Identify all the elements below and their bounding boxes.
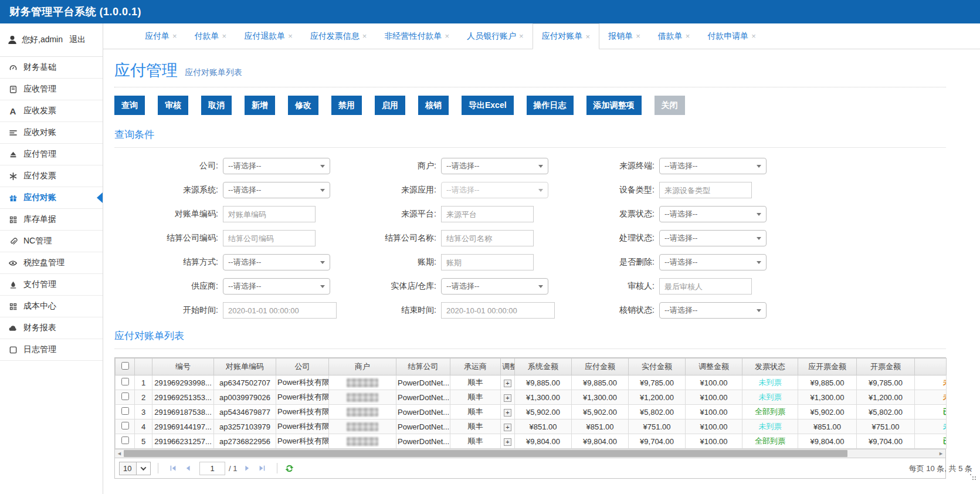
sidebar-item-库存单据[interactable]: 库存单据	[0, 209, 103, 231]
expand-plus-icon[interactable]: +	[504, 424, 511, 431]
sidebar-item-税控盘管理[interactable]: 税控盘管理	[0, 252, 103, 274]
sidebar-item-应付管理[interactable]: 应付管理	[0, 144, 103, 165]
toolbar-button-新增[interactable]: 新增	[245, 96, 275, 115]
refresh-icon[interactable]	[284, 463, 294, 473]
close-button[interactable]: 关闭	[655, 96, 685, 115]
select-all-checkbox[interactable]	[121, 362, 129, 370]
sidebar-item-应收对账[interactable]: 应收对账	[0, 122, 103, 144]
tab-应付发票信息[interactable]: 应付发票信息×	[301, 23, 376, 49]
row-checkbox[interactable]	[121, 407, 129, 415]
tab-应付对账单[interactable]: 应付对账单×	[533, 23, 600, 49]
column-header-调整[interactable]: 调整	[501, 358, 515, 375]
toolbar-button-查询[interactable]: 查询	[114, 96, 145, 115]
toolbar-button-导出Excel[interactable]: 导出Excel	[462, 96, 514, 115]
column-header-实付金额[interactable]: 实付金额	[629, 358, 686, 375]
tab-非经营性付款单[interactable]: 非经营性付款单×	[375, 23, 458, 49]
start-time-input[interactable]	[223, 302, 337, 319]
scroll-left-icon[interactable]: ◄	[115, 449, 124, 458]
tab-应付退款单[interactable]: 应付退款单×	[235, 23, 301, 49]
source-terminal-select[interactable]: --请选择--	[659, 158, 767, 174]
column-header-对账单编码[interactable]: 对账单编码	[214, 358, 276, 375]
statement-code-input[interactable]	[223, 206, 316, 222]
merchant-select[interactable]: --请选择--	[441, 158, 548, 174]
row-checkbox[interactable]	[121, 437, 129, 444]
tab-close-icon[interactable]: ×	[751, 32, 756, 40]
expand-plus-icon[interactable]: +	[504, 438, 511, 446]
first-page-icon[interactable]	[169, 464, 177, 472]
column-header-编号[interactable]: 编号	[152, 358, 214, 375]
toolbar-button-取消[interactable]: 取消	[201, 96, 232, 115]
source-system-select[interactable]: --请选择--	[223, 182, 330, 198]
toolbar-button-修改[interactable]: 修改	[288, 96, 318, 115]
column-header-发票状态[interactable]: 发票状态	[742, 358, 798, 375]
tab-付款申请单[interactable]: 付款申请单×	[698, 23, 765, 49]
horizontal-scrollbar[interactable]: ◄ ►	[115, 449, 945, 458]
sidebar-item-应收管理[interactable]: 应收管理	[0, 79, 103, 100]
table-row[interactable]: 5291966231257...ap2736822956Power科技有限...…	[116, 434, 947, 449]
auditor-input[interactable]	[659, 278, 752, 295]
row-checkbox[interactable]	[121, 378, 129, 385]
column-header-商户[interactable]: 商户	[329, 358, 396, 375]
tab-借款单[interactable]: 借款单×	[649, 23, 699, 49]
store-warehouse-select[interactable]: --请选择--	[441, 278, 548, 295]
tab-报销单[interactable]: 报销单×	[599, 23, 649, 49]
invoice-status-select[interactable]: --请选择--	[659, 206, 767, 222]
toolbar-button-禁用[interactable]: 禁用	[331, 96, 362, 115]
source-app-select[interactable]: --请选择--	[441, 182, 548, 198]
toolbar-button-添加调整项[interactable]: 添加调整项	[586, 96, 642, 115]
tab-应付单[interactable]: 应付单×	[136, 23, 186, 49]
company-select[interactable]: --请选择--	[223, 158, 330, 174]
toolbar-button-操作日志[interactable]: 操作日志	[527, 96, 574, 115]
tab-close-icon[interactable]: ×	[362, 32, 367, 40]
settle-method-select[interactable]: --请选择--	[223, 254, 330, 270]
column-header-系统金额[interactable]: 系统金额	[515, 358, 572, 375]
supplier-select[interactable]: --请选择--	[223, 278, 330, 295]
source-platform-input[interactable]	[441, 206, 534, 222]
account-period-input[interactable]	[441, 254, 534, 270]
toolbar-button-审核[interactable]: 审核	[158, 96, 188, 115]
sidebar-item-应收发票[interactable]: A应收发票	[0, 100, 103, 122]
sidebar-item-日志管理[interactable]: 日志管理	[0, 339, 103, 361]
expand-plus-icon[interactable]: +	[504, 394, 511, 402]
expand-plus-icon[interactable]: +	[504, 409, 511, 417]
sidebar-item-财务基础[interactable]: 财务基础	[0, 57, 103, 79]
column-header-应开票金额[interactable]: 应开票金额	[798, 358, 857, 375]
tab-close-icon[interactable]: ×	[686, 32, 690, 40]
tab-close-icon[interactable]: ×	[586, 32, 591, 41]
tab-close-icon[interactable]: ×	[445, 32, 449, 40]
column-header-公司[interactable]: 公司	[276, 358, 329, 375]
column-header-应付金额[interactable]: 应付金额	[572, 358, 629, 375]
scroll-thumb[interactable]	[124, 450, 847, 457]
page-number-input[interactable]	[199, 462, 225, 475]
tab-close-icon[interactable]: ×	[636, 32, 640, 40]
sidebar-item-NC管理[interactable]: NC管理	[0, 231, 103, 252]
sidebar-item-应付对账[interactable]: 应付对账	[0, 187, 103, 209]
tab-付款单[interactable]: 付款单×	[186, 23, 236, 49]
row-checkbox[interactable]	[121, 393, 129, 400]
table-row[interactable]: 4291969144197...ap3257103979Power科技有限...…	[116, 419, 947, 434]
toolbar-button-核销[interactable]: 核销	[418, 96, 449, 115]
sidebar-item-财务报表[interactable]: 财务报表	[0, 317, 103, 339]
device-type-input[interactable]	[659, 182, 752, 198]
sidebar-item-应付发票[interactable]: 应付发票	[0, 165, 103, 187]
settle-company-code-input[interactable]	[223, 230, 316, 246]
tab-close-icon[interactable]: ×	[222, 32, 227, 40]
tab-close-icon[interactable]: ×	[288, 32, 293, 40]
next-page-icon[interactable]	[243, 464, 251, 472]
expand-plus-icon[interactable]: +	[504, 380, 511, 387]
writeoff-status-select[interactable]: --请选择--	[659, 302, 767, 319]
process-status-select[interactable]: --请选择--	[659, 230, 767, 246]
toolbar-button-启用[interactable]: 启用	[375, 96, 405, 115]
sidebar-item-成本中心[interactable]: 成本中心	[0, 296, 103, 317]
tab-close-icon[interactable]: ×	[519, 32, 524, 40]
row-checkbox[interactable]	[121, 422, 129, 429]
scroll-right-icon[interactable]: ►	[937, 449, 945, 458]
sidebar-item-支付管理[interactable]: 支付管理	[0, 274, 103, 296]
resize-grip-icon[interactable]	[970, 474, 976, 480]
tab-人员银行账户[interactable]: 人员银行账户×	[458, 23, 533, 49]
table-row[interactable]: 2291969251353...ap0039979026Power科技有限...…	[116, 390, 947, 405]
column-header-承运商[interactable]: 承运商	[450, 358, 501, 375]
column-header-结算公司[interactable]: 结算公司	[396, 358, 450, 375]
end-time-input[interactable]	[441, 302, 555, 319]
is-deleted-select[interactable]: --请选择--	[659, 254, 767, 270]
